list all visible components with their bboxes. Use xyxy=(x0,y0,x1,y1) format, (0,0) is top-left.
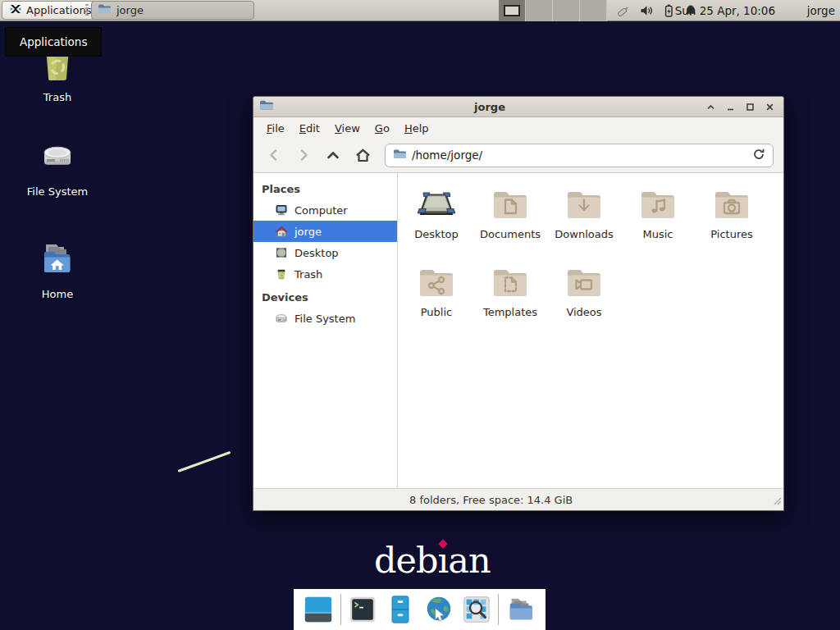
home-button[interactable] xyxy=(352,144,373,166)
desktop-icon-label: Trash xyxy=(43,91,71,103)
volume-icon[interactable] xyxy=(639,3,654,18)
sidebar-item-jorge[interactable]: jorge xyxy=(253,221,397,242)
file-item-templates[interactable]: Templates xyxy=(473,261,547,339)
taskbar-window-button[interactable]: jorge xyxy=(91,1,254,20)
desktop-icon-home[interactable]: Home xyxy=(15,240,100,300)
dock-panel xyxy=(294,589,546,630)
dock-launcher-terminal[interactable] xyxy=(346,593,379,626)
top-panel: Applications jorge Sun 25 Apr, 10:06 jor… xyxy=(0,0,840,21)
active-window-miniature xyxy=(504,5,520,16)
path-folder-icon xyxy=(393,148,406,162)
clipboard-tool-icon[interactable] xyxy=(617,3,632,18)
file-manager-window: jorge FileEditViewGoHelp xyxy=(253,96,784,511)
file-item-label: Downloads xyxy=(555,228,613,240)
workspace-cell-4[interactable] xyxy=(580,0,607,21)
path-text[interactable]: /home/jorge/ xyxy=(412,148,746,162)
menu-edit[interactable]: Edit xyxy=(292,120,327,137)
file-item-label: Templates xyxy=(483,306,537,318)
sidebar-item-label: File System xyxy=(294,313,355,325)
applications-menu-label: Applications xyxy=(26,4,91,16)
file-item-downloads[interactable]: Downloads xyxy=(547,183,621,261)
file-item-music[interactable]: Music xyxy=(621,183,695,261)
back-button[interactable] xyxy=(263,144,285,166)
panel-separator-grip[interactable] xyxy=(85,4,89,17)
workspace-cell-1[interactable] xyxy=(499,0,526,21)
applications-menu-button[interactable]: Applications xyxy=(2,1,98,20)
dock-launcher-show-desktop[interactable] xyxy=(302,593,335,626)
drive-large-icon xyxy=(36,137,79,181)
sidebar-item-label: Trash xyxy=(294,268,322,281)
close-button[interactable] xyxy=(765,103,774,112)
up-button[interactable] xyxy=(322,144,344,166)
file-grid: DesktopDocumentsDownloadsMusicPicturesPu… xyxy=(398,173,783,488)
workspace-cell-3[interactable] xyxy=(553,0,580,21)
file-item-label: Public xyxy=(421,306,452,318)
sidebar: PlacesComputerjorgeDesktopTrashDevicesFi… xyxy=(253,173,398,488)
file-item-label: Documents xyxy=(480,228,541,240)
video-icon xyxy=(564,264,605,303)
shade-button[interactable] xyxy=(706,103,715,112)
window-titlebar[interactable]: jorge xyxy=(253,97,783,117)
dock-separator xyxy=(498,594,499,625)
debian-diamond-dot xyxy=(438,539,447,548)
menu-file[interactable]: File xyxy=(259,120,292,137)
camera-icon xyxy=(711,186,752,225)
file-item-pictures[interactable]: Pictures xyxy=(695,183,769,261)
window-toolbar: /home/jorge/ xyxy=(253,139,783,171)
reload-icon[interactable] xyxy=(752,148,765,163)
menu-go[interactable]: Go xyxy=(368,120,397,137)
workspace-cell-2[interactable] xyxy=(526,0,553,21)
trash-sm-icon xyxy=(275,267,288,281)
sidebar-header-places: Places xyxy=(253,176,397,199)
dock-launcher-file-cabinet[interactable] xyxy=(384,593,417,626)
file-item-documents[interactable]: Documents xyxy=(473,183,547,261)
path-bar-input[interactable]: /home/jorge/ xyxy=(385,144,774,167)
file-item-label: Desktop xyxy=(414,228,459,240)
desktop-icon-label: File System xyxy=(27,185,88,198)
window-controls xyxy=(706,103,778,112)
file-item-desktop[interactable]: Desktop xyxy=(399,183,473,261)
sidebar-item-label: Desktop xyxy=(294,247,339,259)
share-icon xyxy=(416,264,457,303)
window-folder-icon xyxy=(259,99,273,115)
folder-icon xyxy=(98,3,111,17)
dock-launcher-app-finder[interactable] xyxy=(460,593,493,626)
sidebar-item-file-system[interactable]: File System xyxy=(253,308,397,329)
debian-logo: debıan xyxy=(374,540,491,581)
xfce-logo-icon xyxy=(9,2,22,18)
statusbar-text: 8 folders, Free space: 14.4 GiB xyxy=(409,494,573,506)
dock-launcher-web-browser[interactable] xyxy=(422,593,455,626)
download-icon xyxy=(564,186,605,225)
sidebar-item-computer[interactable]: Computer xyxy=(253,199,397,221)
panel-clock[interactable]: Sun 25 Apr, 10:06 xyxy=(675,0,775,21)
file-item-label: Music xyxy=(643,228,673,240)
file-item-public[interactable]: Public xyxy=(399,261,473,339)
sidebar-item-desktop[interactable]: Desktop xyxy=(253,242,397,263)
menu-view[interactable]: View xyxy=(327,120,368,137)
dock-separator xyxy=(340,594,341,625)
dock-launcher-directory-menu[interactable] xyxy=(504,593,537,626)
sidebar-item-label: jorge xyxy=(294,226,322,238)
menu-help[interactable]: Help xyxy=(397,120,436,137)
desktop-icon-file-system[interactable]: File System xyxy=(15,137,100,198)
window-menubar: FileEditViewGoHelp xyxy=(253,117,783,139)
workspace-switcher[interactable] xyxy=(499,0,607,21)
computer-sm-icon xyxy=(275,203,288,217)
panel-user-label: jorge xyxy=(807,0,835,21)
file-item-videos[interactable]: Videos xyxy=(547,261,621,339)
resize-grip[interactable] xyxy=(772,493,782,509)
sidebar-item-trash[interactable]: Trash xyxy=(253,263,397,285)
document-icon xyxy=(490,186,531,225)
home-sm-icon xyxy=(275,225,288,238)
forward-button[interactable] xyxy=(293,144,314,166)
taskbar-window-label: jorge xyxy=(116,4,144,16)
home-large-icon xyxy=(36,240,79,284)
statusbar: 8 folders, Free space: 14.4 GiB xyxy=(253,488,783,510)
drive-sm-icon xyxy=(275,312,288,325)
minimize-button[interactable] xyxy=(726,103,735,112)
battery-icon[interactable] xyxy=(661,3,676,18)
desktop-icon-label: Home xyxy=(42,288,73,300)
window-title: jorge xyxy=(278,101,701,113)
window-body: PlacesComputerjorgeDesktopTrashDevicesFi… xyxy=(253,172,783,488)
maximize-button[interactable] xyxy=(746,103,755,112)
